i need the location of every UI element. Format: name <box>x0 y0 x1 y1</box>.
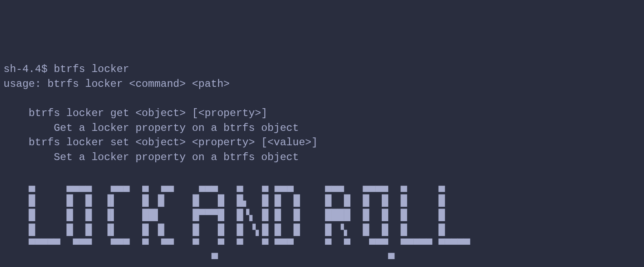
help-get-command: btrfs locker get <object> [<property>] <box>3 107 267 119</box>
help-set-description: Set a locker property on a btrfs object <box>3 151 299 163</box>
usage-line: usage: btrfs locker <command> <path> <box>3 78 230 90</box>
entered-command: btrfs locker <box>54 63 129 75</box>
ascii-art-banner: ▄ ▄▄▄▄ ▄▄▄ ▄ ▄▄ ▄▄▄ ▄ ▄ ▄▄▄ ▄▄▄ ▄▄▄▄ ▄ ▄… <box>3 180 470 265</box>
shell-prompt: sh-4.4$ <box>3 63 54 75</box>
help-set-command: btrfs locker set <object> <property> [<v… <box>3 137 318 148</box>
terminal-output: sh-4.4$ btrfs locker usage: btrfs locker… <box>3 62 641 267</box>
help-get-description: Get a locker property on a btrfs object <box>3 122 299 134</box>
